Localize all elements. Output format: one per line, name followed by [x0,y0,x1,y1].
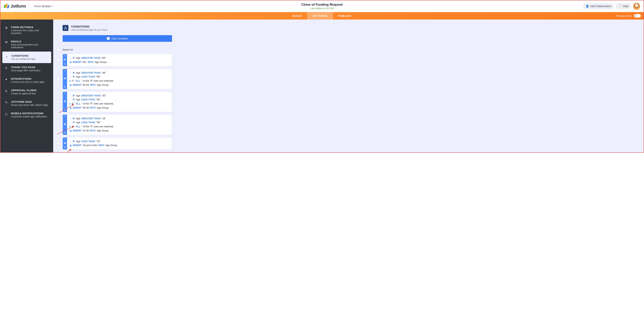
condition-checkbox[interactable] [57,142,60,145]
preview-toggle[interactable] [634,14,641,17]
sidebar-item-integrations[interactable]: ✦INTEGRATIONSConnect your form to other … [0,75,53,86]
chevron-down-icon: ▾ [52,5,53,7]
svg-line-2 [58,149,71,152]
insert-value: 50-64 [83,83,89,87]
condition-row: ≡▦4→ IF Age GREATER THAN "18"→ IF Age LE… [62,114,172,135]
condition-checkbox[interactable] [57,123,60,126]
condition-card[interactable]: ≡▦5→ IF Age LESS THAN "19"▦ INSERT 18 an… [62,137,172,150]
card-number: 4 [64,131,66,134]
form-builder-dropdown[interactable]: Form Builder ▾ [32,3,55,9]
condition-checkbox[interactable] [57,59,60,61]
insert-line: ▦ INSERT 50-64 INTO Age Group [70,83,170,87]
sidebar-item-desc: Customize mobile app notifications [11,115,47,118]
condition-card[interactable]: ≡▦3→ IF Age GREATER THAN "35"→ IF Age LE… [62,92,172,112]
condition-card[interactable]: ≡▦2→ IF Age GREATER THAN "49"→ IF Age LE… [62,69,172,89]
tab-build[interactable]: BUILD [287,12,307,19]
kw-into: INTO [88,60,94,64]
card-drag-handle[interactable]: ≡▦3 [63,92,67,112]
sidebar-item-thank-you-page[interactable]: ✔THANK YOU PAGEShow page after submissio… [0,63,53,75]
sidebar-item-jotform-sign[interactable]: ✎JOTFORM SIGNPower your forms with Jotfo… [0,98,53,109]
kw-insert: INSERT [73,60,82,64]
if-rule-line: → IF Age GREATER THAN "35" [70,94,170,98]
if-rule-line: → IF Age LESS THAN "65" [70,75,170,79]
add-collaborators-button[interactable]: 👤 Add Collaborators [583,3,614,9]
drag-icon: ≡ [64,55,66,56]
card-drag-handle[interactable]: ≡▦5 [63,137,67,150]
arrow-right-icon: → [70,98,72,102]
sidebar-item-mobile-notifications[interactable]: ▢MOBILE NOTIFICATIONSCustomize mobile ap… [0,109,53,121]
if-rule-line: → IF Age LESS THAN "36" [70,121,170,124]
sidebar-item-emails[interactable]: ✉EMAILSSend autoresponders and notificat… [0,37,53,51]
arrow-right-icon: → [70,56,72,60]
condition-card[interactable]: ≡▦1→ IF Age GREATER THAN "65"▦ INSERT 65… [62,54,172,66]
add-condition-button[interactable]: + Add Condition [62,35,172,42]
brand-logo[interactable]: Jotform [4,4,26,9]
card-drag-handle[interactable]: ≡▦1 [63,54,67,66]
sidebar-item-title: APPROVAL FLOWS [11,89,36,92]
tab-settings[interactable]: SETTINGS [307,12,333,19]
sidebar-item-conditions[interactable]: ⑃CONDITIONSSet up conditional logic [2,51,51,63]
form-title[interactable]: Clone of Funding Request [301,3,343,7]
kw-operator: GREATER THAN [81,56,100,60]
kw-if: IF [73,140,75,143]
card-type-icon: ▦ [64,142,66,144]
sidebar-item-title: FORM SETTINGS [11,26,49,29]
tab-publish[interactable]: PUBLISH [333,12,357,19]
mode-tabbar: BUILD SETTINGS PUBLISH Preview Form [0,12,644,19]
insert-value: 65+ [83,60,87,64]
card-number: 2 [64,85,66,88]
card-body: → IF Age LESS THAN "19"▦ INSERT 18 and U… [67,137,172,150]
mail-icon: ✉ [4,40,8,44]
card-type-icon: ▦ [64,100,66,102]
sidebar-item-approval-flows[interactable]: ⎘APPROVAL FLOWSCreate an approval flow [0,86,53,98]
kw-if: IF [73,98,75,102]
kw-if: IF [73,71,75,75]
kw-operator: GREATER THAN [81,71,100,75]
top-bar: Jotform Form Builder ▾ Clone of Funding … [0,0,644,12]
condition-card[interactable]: ≡▦4→ IF Age GREATER THAN "18"→ IF Age LE… [62,114,172,135]
condition-checkbox[interactable] [57,100,60,103]
sidebar-item-form-settings[interactable]: ⚙FORM SETTINGSCustomize form status and … [0,23,53,37]
arrow-right-icon: → [70,121,72,124]
page-header: CONDITIONS Add conditional logic to your… [62,25,172,31]
into-field: Age Group [95,60,106,64]
plus-icon: + [107,37,110,40]
card-drag-handle[interactable]: ≡▦2 [63,69,67,89]
gear-icon: ⚙ [4,26,8,30]
brand-name: Jotform [10,4,26,9]
kw-into: INTO [90,83,96,87]
kw-insert: INSERT [73,106,82,110]
drag-icon: ≡ [64,93,66,94]
help-button[interactable]: ❔ Help [616,3,631,9]
horizontal-divider [62,45,172,45]
sidebar-item-desc: Set up conditional logic [11,58,36,60]
kw-operator: LESS THAN [81,98,95,102]
user-avatar[interactable] [633,3,640,10]
sidebar-item-title: CONDITIONS [11,54,36,57]
calculator-icon: ▦ [70,129,72,132]
preview-form-toggle-group: Preview Form [616,12,641,19]
rule-value: "19" [96,140,100,143]
select-all-row: Select All [57,48,172,51]
help-label: Help [623,5,628,7]
sidebar-item-title: INTEGRATIONS [11,77,44,80]
condition-row: ≡▦2→ IF Age GREATER THAN "49"→ IF Age LE… [62,69,172,89]
last-edited-label: Last edited at 8:42 AM [301,7,343,10]
condition-checkbox[interactable] [57,77,60,80]
insert-value: 18 and Under [83,144,98,147]
select-all-checkbox[interactable] [57,48,60,51]
insert-value: 36-49 [83,106,89,110]
card-drag-handle[interactable]: ≡▦4 [63,115,67,135]
condition-row: ≡▦5→ IF Age LESS THAN "19"▦ INSERT 18 an… [62,137,172,150]
kw-all: ALL [76,125,80,128]
kw-operator: LESS THAN [81,121,95,124]
settings-sidebar: ⚙FORM SETTINGSCustomize form status and … [0,19,53,152]
mobile-icon: ▢ [4,112,8,116]
flow-icon: ⑃ [5,54,8,58]
insert-line: ▦ INSERT 19-35 INTO Age Group [70,129,170,133]
page-heading: CONDITIONS [71,25,108,28]
vertical-divider [29,4,29,9]
sign-icon: ✎ [4,101,8,104]
page-header-text: CONDITIONS Add conditional logic to your… [71,25,108,31]
kw-into: INTO [90,129,96,133]
